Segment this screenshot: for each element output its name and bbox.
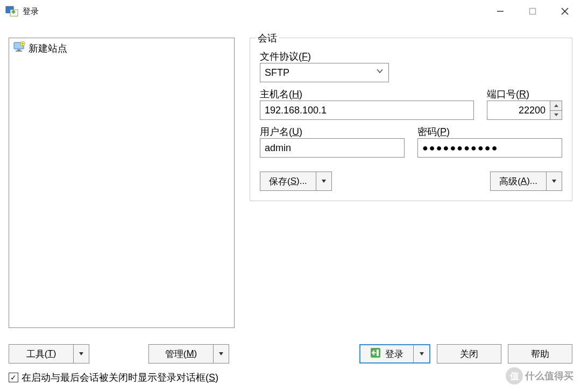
window-title: 登录 (23, 6, 39, 17)
protocol-select[interactable]: SFTP (260, 63, 389, 82)
session-fieldset: 会话 文件协议(F) SFTP 主机名(H) (250, 38, 572, 201)
advanced-dropdown[interactable] (546, 172, 562, 191)
protocol-select-wrap[interactable]: SFTP (260, 63, 389, 82)
monitor-icon (13, 41, 25, 55)
session-legend: 会话 (256, 32, 279, 45)
login-icon (370, 347, 381, 361)
login-button-split: 登录 (359, 344, 430, 364)
svg-rect-3 (530, 9, 536, 15)
user-label: 用户名(U) (260, 125, 405, 138)
user-input[interactable] (260, 138, 405, 158)
password-input[interactable] (417, 138, 562, 158)
sites-panel[interactable]: 新建站点 (9, 38, 235, 328)
save-button-split: 保存(S)... (260, 172, 332, 191)
show-dialog-label: 在启动与最后会话被关闭时显示登录对话框(S) (22, 371, 218, 384)
svg-rect-8 (16, 51, 22, 52)
maximize-button[interactable] (516, 0, 549, 23)
login-dropdown[interactable] (413, 345, 429, 362)
host-label: 主机名(H) (260, 88, 474, 101)
close-button[interactable] (549, 0, 581, 23)
watermark-text: 什么值得买 (525, 369, 573, 382)
watermark: 值 什么值得买 (506, 367, 573, 384)
tools-dropdown[interactable] (73, 344, 89, 364)
advanced-button-split: 高级(A)... (490, 172, 562, 191)
port-spin-up[interactable] (550, 101, 562, 110)
port-spin-down[interactable] (550, 110, 562, 120)
close-dialog-button[interactable]: 关闭 (437, 344, 501, 364)
main-content: 新建站点 会话 文件协议(F) SFTP 主机名(H) (0, 23, 581, 328)
site-item-new[interactable]: 新建站点 (11, 40, 232, 56)
bottom-bar: 工具(T) 管理(M) 登录 (9, 344, 572, 364)
site-item-label: 新建站点 (29, 42, 67, 55)
save-dropdown[interactable] (316, 172, 332, 191)
manage-button[interactable]: 管理(M) (148, 344, 213, 364)
session-panel: 会话 文件协议(F) SFTP 主机名(H) (250, 38, 572, 328)
app-icon (5, 5, 18, 18)
manage-dropdown[interactable] (213, 344, 229, 364)
tools-button-split: 工具(T) (9, 344, 89, 364)
advanced-button[interactable]: 高级(A)... (490, 172, 546, 191)
titlebar: 登录 (0, 0, 581, 23)
show-dialog-checkbox[interactable]: ✓ (9, 373, 18, 382)
port-label: 端口号(R) (487, 88, 562, 101)
watermark-badge: 值 (506, 367, 523, 384)
save-button[interactable]: 保存(S)... (260, 172, 316, 191)
manage-button-split: 管理(M) (148, 344, 229, 364)
protocol-label: 文件协议(F) (260, 50, 562, 63)
help-button[interactable]: 帮助 (508, 344, 572, 364)
svg-rect-11 (377, 350, 379, 356)
host-input[interactable] (260, 101, 474, 120)
login-button[interactable]: 登录 (360, 345, 413, 362)
login-label: 登录 (385, 348, 403, 360)
minimize-button[interactable] (484, 0, 516, 23)
password-label: 密码(P) (417, 125, 562, 138)
svg-rect-7 (17, 49, 20, 51)
tools-button[interactable]: 工具(T) (9, 344, 73, 364)
show-dialog-checkbox-row[interactable]: ✓ 在启动与最后会话被关闭时显示登录对话框(S) (9, 371, 218, 384)
port-spinner (550, 101, 562, 119)
